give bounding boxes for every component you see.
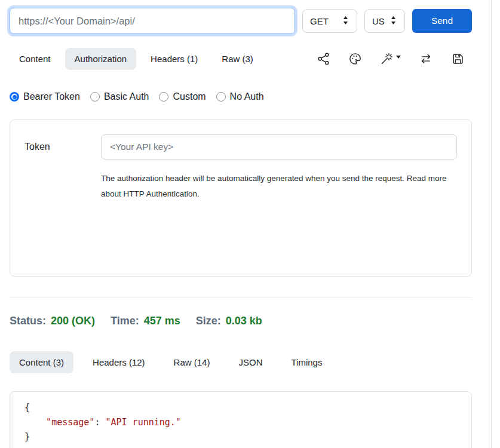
- tab-response-timings[interactable]: Timings: [281, 351, 332, 373]
- code-key: "message": [46, 417, 94, 428]
- time-value: 457 ms: [144, 315, 180, 327]
- save-icon[interactable]: [451, 52, 465, 66]
- method-select[interactable]: GET: [302, 9, 357, 33]
- token-label: Token: [24, 142, 101, 152]
- auth-option-no-auth[interactable]: No Auth: [216, 91, 264, 102]
- send-button[interactable]: Send: [412, 9, 472, 33]
- updown-arrows-icon: [342, 16, 349, 27]
- response-tabs: Content (3) Headers (12) Raw (14) JSON T…: [10, 349, 472, 375]
- radio-unchecked-icon: [216, 92, 226, 102]
- token-input[interactable]: [101, 134, 457, 159]
- request-tabs: Content Authorization Headers (1) Raw (3…: [10, 47, 472, 70]
- response-body-code[interactable]: { "message": "API running." }: [14, 392, 471, 448]
- code-value: "API running.": [105, 417, 180, 428]
- code-close-brace: }: [24, 431, 30, 442]
- region-select[interactable]: US: [364, 9, 405, 33]
- radio-checked-icon: [10, 92, 19, 102]
- size-value: 0.03 kb: [226, 315, 262, 327]
- time-label: Time:: [111, 315, 139, 327]
- response-time: Time: 457 ms: [111, 315, 180, 327]
- radio-label: Custom: [173, 91, 205, 102]
- chevron-down-icon: [396, 56, 401, 59]
- auth-option-custom[interactable]: Custom: [159, 91, 205, 102]
- auth-helper-text: The authorization header will be automat…: [101, 171, 456, 202]
- tab-content[interactable]: Content: [10, 48, 60, 70]
- tab-response-json[interactable]: JSON: [229, 351, 272, 373]
- tab-response-content[interactable]: Content (3): [10, 351, 73, 373]
- size-label: Size:: [196, 315, 221, 327]
- radio-label: No Auth: [230, 91, 264, 102]
- radio-label: Basic Auth: [104, 91, 149, 102]
- region-select-value: US: [372, 16, 385, 26]
- share-icon[interactable]: [317, 52, 330, 66]
- status-value: 200 (OK): [51, 315, 95, 327]
- code-separator: :: [94, 417, 105, 428]
- status-label: Status:: [10, 315, 46, 327]
- method-select-value: GET: [310, 16, 329, 26]
- tab-response-headers[interactable]: Headers (12): [83, 351, 155, 373]
- radio-unchecked-icon: [90, 92, 100, 102]
- url-input[interactable]: [10, 8, 295, 34]
- palette-icon[interactable]: [348, 52, 362, 66]
- request-toolbar: [317, 52, 472, 66]
- tab-response-raw[interactable]: Raw (14): [164, 351, 220, 373]
- scrollbar-edge: [491, 0, 492, 448]
- tab-authorization[interactable]: Authorization: [65, 48, 137, 70]
- radio-unchecked-icon: [159, 92, 168, 102]
- updown-arrows-icon: [389, 16, 397, 27]
- auth-option-bearer-token[interactable]: Bearer Token: [10, 91, 80, 102]
- response-status: Status: 200 (OK) Time: 457 ms Size: 0.03…: [10, 313, 472, 329]
- radio-label: Bearer Token: [23, 91, 80, 102]
- section-divider: [10, 297, 472, 297]
- auth-type-options: Bearer Token Basic Auth Custom No Auth: [10, 90, 472, 104]
- swap-arrows-icon[interactable]: [419, 52, 433, 66]
- authorization-panel: Token The authorization header will be a…: [10, 119, 472, 277]
- request-bar: GET US Send: [10, 8, 472, 34]
- auth-option-basic-auth[interactable]: Basic Auth: [90, 91, 149, 102]
- response-body-block: { "message": "API running." }: [10, 391, 472, 448]
- api-tester-page: GET US Send Content Authorizati: [0, 0, 500, 448]
- tab-headers[interactable]: Headers (1): [141, 48, 207, 70]
- status-code: Status: 200 (OK): [10, 315, 95, 327]
- magic-wand-icon[interactable]: [380, 52, 401, 66]
- response-size: Size: 0.03 kb: [196, 315, 262, 327]
- code-open-brace: {: [24, 402, 30, 413]
- tab-raw[interactable]: Raw (3): [212, 48, 263, 70]
